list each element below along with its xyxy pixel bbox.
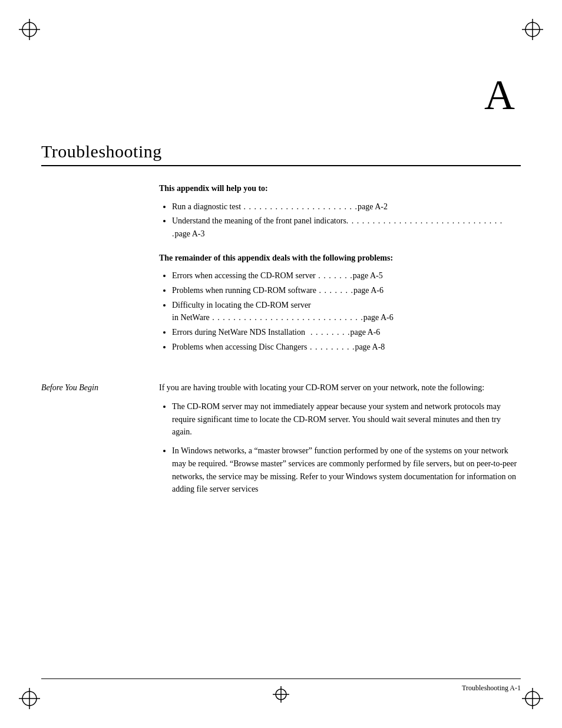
- item-text: Errors when accessing the CD-ROM server: [172, 271, 316, 280]
- list-item: Problems when accessing Disc Changers . …: [172, 341, 521, 354]
- dots: . . . . . . . . . . . . . . . . . . . . …: [241, 202, 358, 211]
- intro-body: This appendix will help you to: Run a di…: [41, 183, 521, 365]
- left-col-intro: [41, 183, 159, 365]
- page-ref: page A-6: [353, 286, 384, 295]
- footer-rule: [41, 678, 521, 679]
- appendix-letter: A: [484, 71, 515, 120]
- item-text: Errors during NetWare NDS Installation: [172, 328, 305, 337]
- problems-heading: The remainder of this appendix deals wit…: [159, 252, 521, 264]
- list-item: The CD-ROM server may not immediately ap…: [172, 400, 521, 439]
- dots: . . . . . . . .: [305, 328, 351, 337]
- problems-list: Errors when accessing the CD-ROM server …: [159, 269, 521, 353]
- page-ref: page A-5: [353, 271, 383, 280]
- item-text: Understand the meaning of the front pane…: [172, 216, 346, 225]
- list-item: Difficulty in locating the CD-ROM server…: [172, 299, 521, 324]
- page-ref: page A-8: [355, 342, 385, 351]
- item-text: Problems when running CD-ROM software: [172, 286, 316, 295]
- item-text: Run a diagnostic test: [172, 202, 241, 211]
- page-ref: page A-2: [358, 202, 388, 211]
- page-ref: page A-6: [350, 328, 380, 337]
- before-begin-section: Before You Begin If you are having troub…: [41, 381, 521, 502]
- before-begin-label: Before You Begin: [41, 381, 159, 502]
- corner-mark-bl: [18, 687, 41, 710]
- dots: . . . . . . . . .: [307, 342, 355, 351]
- corner-mark-tr: [521, 18, 544, 41]
- list-item: In Windows networks, a “master browser” …: [172, 444, 521, 496]
- dots: . . . . . . .: [316, 286, 353, 295]
- list-item: Problems when running CD-ROM software . …: [172, 284, 521, 297]
- list-item: Errors when accessing the CD-ROM server …: [172, 269, 521, 282]
- page-ref: page A-3: [175, 229, 205, 238]
- corner-mark-br: [521, 687, 544, 710]
- before-begin-list: The CD-ROM server may not immediately ap…: [159, 400, 521, 496]
- right-col-intro: This appendix will help you to: Run a di…: [159, 183, 521, 365]
- intro-list: Run a diagnostic test . . . . . . . . . …: [159, 200, 521, 241]
- chapter-title: Troubleshooting: [41, 141, 521, 162]
- footer: Troubleshooting A-1: [41, 678, 521, 693]
- intro-heading: This appendix will help you to:: [159, 183, 521, 195]
- before-begin-intro: If you are having trouble with locating …: [159, 381, 521, 394]
- main-content: Troubleshooting This appendix will help …: [41, 141, 521, 502]
- footer-text: Troubleshooting A-1: [41, 684, 521, 693]
- title-rule: [41, 165, 521, 166]
- dots: . . . . . . .: [316, 271, 353, 280]
- list-item: Errors during NetWare NDS Installation .…: [172, 326, 521, 339]
- footer-label: Troubleshooting A-1: [462, 684, 521, 693]
- item-text: Problems when accessing Disc Changers: [172, 342, 307, 351]
- page: A Troubleshooting This appendix will hel…: [0, 0, 562, 728]
- list-item: Run a diagnostic test . . . . . . . . . …: [172, 200, 521, 213]
- dots: . . . . . . . . . . . . . . . . . . . . …: [210, 313, 363, 322]
- before-begin-content: If you are having trouble with locating …: [159, 381, 521, 502]
- page-ref: page A-6: [363, 313, 394, 322]
- list-item: Understand the meaning of the front pane…: [172, 215, 521, 240]
- corner-mark-tl: [18, 18, 41, 41]
